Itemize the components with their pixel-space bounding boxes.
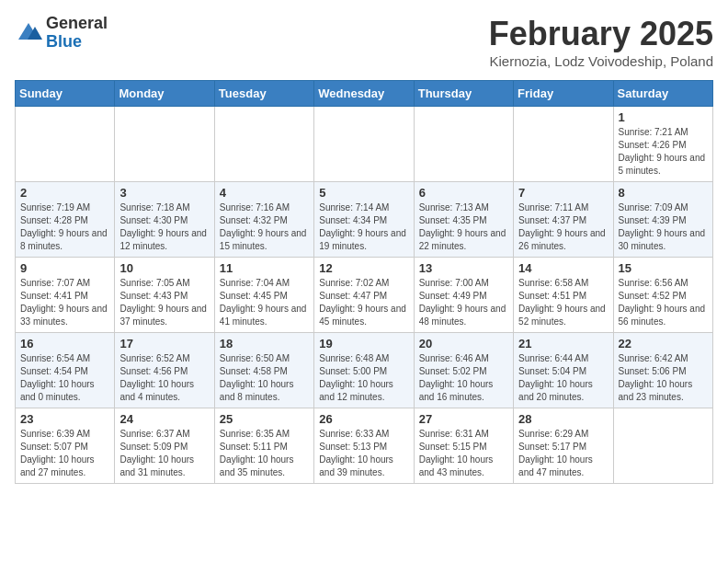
calendar-cell <box>16 107 115 182</box>
day-info: Sunrise: 7:18 AM Sunset: 4:30 PM Dayligh… <box>119 201 209 253</box>
calendar-cell: 2Sunrise: 7:19 AM Sunset: 4:28 PM Daylig… <box>16 182 115 258</box>
day-number: 26 <box>319 412 408 426</box>
day-number: 16 <box>20 337 109 350</box>
day-number: 22 <box>619 337 708 350</box>
calendar-subtitle: Kiernozia, Lodz Voivodeship, Poland <box>489 53 713 69</box>
day-info: Sunrise: 7:09 AM Sunset: 4:39 PM Dayligh… <box>619 201 708 253</box>
calendar-cell: 28Sunrise: 6:29 AM Sunset: 5:17 PM Dayli… <box>514 408 613 484</box>
logo-blue: Blue <box>46 33 108 52</box>
calendar-cell <box>613 408 712 484</box>
logo-general: General <box>46 15 108 33</box>
day-info: Sunrise: 7:02 AM Sunset: 4:47 PM Dayligh… <box>319 277 408 328</box>
day-info: Sunrise: 6:37 AM Sunset: 5:09 PM Dayligh… <box>119 428 209 479</box>
day-number: 9 <box>20 261 109 275</box>
day-info: Sunrise: 7:16 AM Sunset: 4:32 PM Dayligh… <box>220 201 309 253</box>
day-info: Sunrise: 7:13 AM Sunset: 4:35 PM Dayligh… <box>419 201 508 253</box>
weekday-header-friday: Friday <box>514 81 613 107</box>
day-number: 19 <box>319 337 408 350</box>
day-number: 8 <box>619 186 708 200</box>
calendar-cell <box>414 107 513 182</box>
day-info: Sunrise: 6:29 AM Sunset: 5:17 PM Dayligh… <box>518 428 608 479</box>
day-info: Sunrise: 6:54 AM Sunset: 4:54 PM Dayligh… <box>20 352 109 404</box>
calendar-cell: 27Sunrise: 6:31 AM Sunset: 5:15 PM Dayli… <box>414 408 513 484</box>
calendar-cell: 5Sunrise: 7:14 AM Sunset: 4:34 PM Daylig… <box>314 182 414 258</box>
calendar-cell: 22Sunrise: 6:42 AM Sunset: 5:06 PM Dayli… <box>613 333 712 408</box>
calendar-cell: 10Sunrise: 7:05 AM Sunset: 4:43 PM Dayli… <box>115 258 214 333</box>
day-number: 10 <box>119 261 209 275</box>
calendar-cell: 7Sunrise: 7:11 AM Sunset: 4:37 PM Daylig… <box>514 182 613 258</box>
day-info: Sunrise: 6:33 AM Sunset: 5:13 PM Dayligh… <box>319 428 408 479</box>
weekday-header-wednesday: Wednesday <box>314 81 414 107</box>
calendar-week-1: 1Sunrise: 7:21 AM Sunset: 4:26 PM Daylig… <box>16 107 713 182</box>
header: General Blue February 2025 Kiernozia, Lo… <box>15 15 713 69</box>
calendar-cell: 11Sunrise: 7:04 AM Sunset: 4:45 PM Dayli… <box>214 258 313 333</box>
day-number: 3 <box>119 186 209 200</box>
weekday-header-thursday: Thursday <box>414 81 513 107</box>
day-number: 23 <box>20 412 109 426</box>
day-number: 27 <box>419 412 508 426</box>
calendar-table: SundayMondayTuesdayWednesdayThursdayFrid… <box>15 80 713 484</box>
calendar-cell: 13Sunrise: 7:00 AM Sunset: 4:49 PM Dayli… <box>414 258 513 333</box>
day-info: Sunrise: 6:35 AM Sunset: 5:11 PM Dayligh… <box>220 428 309 479</box>
day-info: Sunrise: 6:52 AM Sunset: 4:56 PM Dayligh… <box>119 352 209 404</box>
day-number: 2 <box>20 186 109 200</box>
day-number: 5 <box>319 186 408 200</box>
day-number: 25 <box>220 412 309 426</box>
day-number: 4 <box>220 186 309 200</box>
calendar-cell: 21Sunrise: 6:44 AM Sunset: 5:04 PM Dayli… <box>514 333 613 408</box>
day-number: 24 <box>119 412 209 426</box>
weekday-header-row: SundayMondayTuesdayWednesdayThursdayFrid… <box>16 81 713 107</box>
calendar-cell: 15Sunrise: 6:56 AM Sunset: 4:52 PM Dayli… <box>613 258 712 333</box>
day-number: 20 <box>419 337 508 350</box>
logo-icon <box>15 19 42 47</box>
day-info: Sunrise: 7:04 AM Sunset: 4:45 PM Dayligh… <box>220 277 309 328</box>
day-info: Sunrise: 6:58 AM Sunset: 4:51 PM Dayligh… <box>518 277 608 328</box>
calendar-cell <box>514 107 613 182</box>
day-info: Sunrise: 7:00 AM Sunset: 4:49 PM Dayligh… <box>419 277 508 328</box>
weekday-header-tuesday: Tuesday <box>214 81 313 107</box>
title-area: February 2025 Kiernozia, Lodz Voivodeshi… <box>489 15 713 69</box>
day-info: Sunrise: 6:44 AM Sunset: 5:04 PM Dayligh… <box>518 352 608 404</box>
day-info: Sunrise: 6:56 AM Sunset: 4:52 PM Dayligh… <box>619 277 708 328</box>
day-number: 15 <box>619 261 708 275</box>
day-number: 18 <box>220 337 309 350</box>
day-number: 7 <box>518 186 608 200</box>
calendar-cell <box>214 107 313 182</box>
day-info: Sunrise: 6:46 AM Sunset: 5:02 PM Dayligh… <box>419 352 508 404</box>
calendar-title: February 2025 <box>489 15 713 53</box>
calendar-cell <box>314 107 414 182</box>
calendar-cell: 1Sunrise: 7:21 AM Sunset: 4:26 PM Daylig… <box>613 107 712 182</box>
calendar-cell: 20Sunrise: 6:46 AM Sunset: 5:02 PM Dayli… <box>414 333 513 408</box>
weekday-header-saturday: Saturday <box>613 81 712 107</box>
day-number: 13 <box>419 261 508 275</box>
day-info: Sunrise: 7:11 AM Sunset: 4:37 PM Dayligh… <box>518 201 608 253</box>
day-info: Sunrise: 6:50 AM Sunset: 4:58 PM Dayligh… <box>220 352 309 404</box>
day-number: 17 <box>119 337 209 350</box>
calendar-cell: 23Sunrise: 6:39 AM Sunset: 5:07 PM Dayli… <box>16 408 115 484</box>
calendar-cell <box>115 107 214 182</box>
calendar-cell: 19Sunrise: 6:48 AM Sunset: 5:00 PM Dayli… <box>314 333 414 408</box>
calendar-cell: 16Sunrise: 6:54 AM Sunset: 4:54 PM Dayli… <box>16 333 115 408</box>
calendar-week-4: 16Sunrise: 6:54 AM Sunset: 4:54 PM Dayli… <box>16 333 713 408</box>
day-number: 6 <box>419 186 508 200</box>
calendar-cell: 12Sunrise: 7:02 AM Sunset: 4:47 PM Dayli… <box>314 258 414 333</box>
calendar-cell: 17Sunrise: 6:52 AM Sunset: 4:56 PM Dayli… <box>115 333 214 408</box>
day-number: 28 <box>518 412 608 426</box>
day-number: 21 <box>518 337 608 350</box>
day-info: Sunrise: 7:19 AM Sunset: 4:28 PM Dayligh… <box>20 201 109 253</box>
day-info: Sunrise: 7:21 AM Sunset: 4:26 PM Dayligh… <box>619 126 708 178</box>
day-info: Sunrise: 6:39 AM Sunset: 5:07 PM Dayligh… <box>20 428 109 479</box>
day-info: Sunrise: 6:42 AM Sunset: 5:06 PM Dayligh… <box>619 352 708 404</box>
day-info: Sunrise: 7:07 AM Sunset: 4:41 PM Dayligh… <box>20 277 109 328</box>
day-info: Sunrise: 7:14 AM Sunset: 4:34 PM Dayligh… <box>319 201 408 253</box>
calendar-week-3: 9Sunrise: 7:07 AM Sunset: 4:41 PM Daylig… <box>16 258 713 333</box>
weekday-header-sunday: Sunday <box>16 81 115 107</box>
calendar-cell: 4Sunrise: 7:16 AM Sunset: 4:32 PM Daylig… <box>214 182 313 258</box>
logo: General Blue <box>15 15 108 52</box>
day-info: Sunrise: 6:31 AM Sunset: 5:15 PM Dayligh… <box>419 428 508 479</box>
calendar-cell: 6Sunrise: 7:13 AM Sunset: 4:35 PM Daylig… <box>414 182 513 258</box>
day-info: Sunrise: 7:05 AM Sunset: 4:43 PM Dayligh… <box>119 277 209 328</box>
calendar-week-2: 2Sunrise: 7:19 AM Sunset: 4:28 PM Daylig… <box>16 182 713 258</box>
weekday-header-monday: Monday <box>115 81 214 107</box>
calendar-cell: 3Sunrise: 7:18 AM Sunset: 4:30 PM Daylig… <box>115 182 214 258</box>
